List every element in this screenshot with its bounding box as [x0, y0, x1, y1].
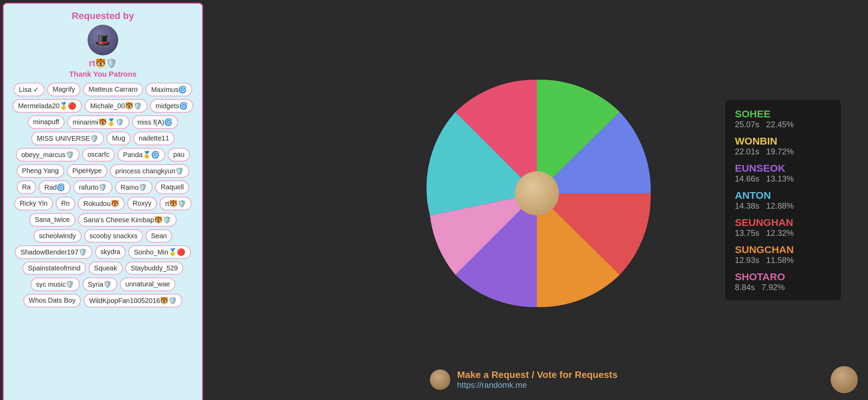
- tag: nadette11: [133, 132, 175, 145]
- tag: Spainstateofmind: [22, 262, 86, 275]
- bottom-right-avatar: [831, 366, 858, 393]
- leaderboard-entry: ANTON 14.38s 12.88%: [735, 190, 831, 211]
- tag: Whos Dats Boy: [23, 294, 81, 307]
- tag: Staybuddy_529: [125, 262, 183, 275]
- lb-name: SOHEE: [735, 108, 831, 120]
- tag: Sana's Cheese Kimbap🐯🛡️: [78, 213, 177, 227]
- tag: minapuff: [28, 115, 65, 129]
- lb-stats: 22.01s 19.72%: [735, 147, 794, 156]
- leaderboard-entry: WONBIN 22.01s 19.72%: [735, 135, 831, 156]
- tag: Mermelada20🥇🔴: [13, 99, 82, 113]
- tag: oscarfc: [82, 148, 115, 161]
- username: rt🐯🛡️: [89, 58, 117, 69]
- lb-stats: 14.66s 13.13%: [735, 174, 794, 183]
- tag: scheolwindy: [34, 229, 82, 243]
- tag: Mug: [107, 132, 131, 145]
- leaderboard-entry: SEUNGHAN 13.75s 12.32%: [735, 217, 831, 238]
- tag: pau: [168, 148, 190, 161]
- tag: skydra: [95, 245, 126, 259]
- tag: MISS UNIVERSE🛡️: [31, 132, 104, 145]
- tag: Squeak: [89, 262, 123, 275]
- lb-stats: 14.38s 12.88%: [735, 201, 794, 210]
- lb-name: EUNSEOK: [735, 163, 831, 174]
- tags-container: Lisa ✓MagrifyMatteus CarraroMaximus🌀Merm…: [9, 83, 197, 307]
- lb-stats: 13.75s 12.32%: [735, 228, 794, 237]
- tag: midgets🌀: [150, 99, 193, 113]
- lb-name: ANTON: [735, 190, 831, 201]
- tag: Panda🥇🌀: [117, 148, 165, 161]
- main-area: SOHEE 25.07s 22.45% WONBIN 22.01s 19.72%…: [206, 0, 868, 400]
- tag: Matteus Carraro: [83, 83, 143, 96]
- lb-stats: 12.93s 11.58%: [735, 255, 794, 265]
- tag: Sana_twice: [29, 213, 75, 227]
- wheel-center: [515, 171, 559, 215]
- tag: obeyy_marcus🛡️: [16, 148, 79, 161]
- tag: Maximus🌀: [146, 83, 192, 96]
- leaderboard-entry: EUNSEOK 14.66s 13.13%: [735, 163, 831, 184]
- lb-stats: 8.84s 7.92%: [735, 283, 785, 292]
- tag: Rokudou🐯: [78, 197, 124, 210]
- tag: Sonho_Min🥇🔴: [128, 245, 191, 259]
- tag: unnatural_wae: [120, 278, 175, 291]
- tag: Ricky Yin: [14, 197, 53, 210]
- tag: ShadowBender197🛡️: [15, 245, 92, 259]
- bottom-bar: Make a Request / Vote for Requests https…: [416, 369, 868, 390]
- tag: Sean: [146, 229, 173, 243]
- bottom-avatar: [430, 369, 450, 390]
- tag: rafurto🛡️: [73, 180, 112, 194]
- thank-you-title: Thank You Patrons: [69, 70, 137, 79]
- leaderboard-entry: SOHEE 25.07s 22.45%: [735, 108, 831, 129]
- tag: Ra: [17, 180, 36, 194]
- left-panel: Requested by 🎩 rt🐯🛡️ Thank You Patrons L…: [3, 3, 203, 400]
- tag: Pheng Yang: [17, 164, 64, 178]
- leaderboard-entry: SUNGCHAN 12.93s 11.58%: [735, 244, 831, 265]
- tag: WildKpopFan10052016🐯🛡️: [84, 294, 182, 307]
- leaderboard: SOHEE 25.07s 22.45% WONBIN 22.01s 19.72%…: [725, 100, 841, 300]
- tag: minarimi🐯🥇🛡️: [67, 115, 129, 129]
- lb-name: SUNGCHAN: [735, 244, 831, 255]
- tag: Ramo🛡️: [115, 180, 152, 194]
- tag: PipeHype: [67, 164, 107, 178]
- lb-stats: 25.07s 22.45%: [735, 120, 794, 129]
- leaderboard-entry: SHOTARO 8.84s 7.92%: [735, 271, 831, 292]
- tag: Rad🌀: [39, 180, 71, 194]
- bottom-main-text: Make a Request / Vote for Requests: [457, 369, 618, 380]
- wheel-container: [410, 66, 664, 321]
- avatar-image: 🎩: [88, 25, 118, 55]
- tag: Roxyy: [127, 197, 157, 210]
- tag: syc music🛡️: [31, 278, 80, 291]
- tag: Magrify: [47, 83, 80, 96]
- tag: miss f(A)🌀: [132, 115, 178, 129]
- tag: Michale_00🐯🛡️: [85, 99, 147, 113]
- lb-name: SEUNGHAN: [735, 217, 831, 228]
- bottom-url: https://randomk.me: [457, 380, 618, 390]
- tag: Rn: [56, 197, 75, 210]
- tag: scooby snackxs: [84, 229, 143, 243]
- tag: Raquell: [155, 180, 189, 194]
- tag: Syria🛡️: [83, 278, 117, 291]
- lb-name: WONBIN: [735, 135, 831, 147]
- lb-name: SHOTARO: [735, 271, 831, 283]
- tag: Lisa ✓: [14, 83, 44, 96]
- requested-by-title: Requested by: [72, 11, 134, 21]
- tag: princess changkyun🛡️: [110, 164, 189, 178]
- bottom-text: Make a Request / Vote for Requests https…: [457, 369, 618, 390]
- avatar: 🎩: [88, 25, 118, 55]
- tag: rt🐯🛡️: [160, 197, 192, 210]
